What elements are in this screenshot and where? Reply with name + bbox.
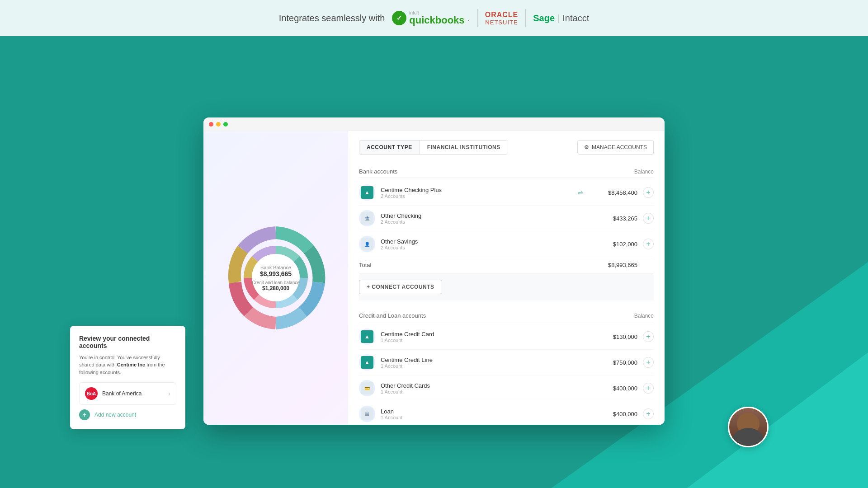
table-row: 💳 Other Credit Cards 1 Account ⇌ $400,00… [359, 375, 654, 401]
review-brand-name: Centime Inc [117, 362, 145, 367]
account-sub: 2 Accounts [381, 193, 569, 199]
total-amount: $8,993,665 [608, 262, 637, 268]
sage-label: Sage [533, 13, 555, 23]
left-panel: Bank Balance $8,993,665 Credit and loan … [203, 131, 348, 425]
connect-accounts-button[interactable]: + CONNECT ACCOUNTS [359, 280, 442, 294]
total-row: Total $8,993,665 [359, 257, 654, 273]
bank-of-america-item[interactable]: BoA Bank of America › [79, 382, 176, 405]
main-background: Bank Balance $8,993,665 Credit and loan … [0, 36, 868, 488]
expand-button[interactable]: + [643, 187, 654, 198]
expand-button[interactable]: + [643, 239, 654, 249]
avatar-container [728, 407, 769, 447]
bank-balance-col-header: Balance [634, 169, 654, 175]
chrome-close-dot[interactable] [209, 122, 213, 127]
gear-icon: ⚙ [584, 144, 589, 150]
oracle-label: ORACLE [485, 10, 519, 19]
avatar [728, 407, 769, 447]
expand-button[interactable]: + [643, 408, 654, 419]
tab-financial-institutions[interactable]: FINANCIAL INSTITUTIONS [420, 141, 508, 154]
expand-button[interactable]: + [643, 213, 654, 224]
netsuite-label: NETSUITE [485, 19, 518, 26]
tab-bar: ACCOUNT TYPE FINANCIAL INSTITUTIONS ⚙ MA… [359, 140, 654, 155]
review-description: You're in control. You've successfully s… [79, 354, 176, 376]
quickbooks-logo: ✓ intuit quickbooks . [392, 11, 470, 25]
loan-bank-icon: 🏛 [361, 408, 373, 420]
account-sub: 2 Accounts [381, 245, 569, 250]
add-account-item[interactable]: + Add new account [79, 409, 176, 420]
window-content: Bank Balance $8,993,665 Credit and loan … [203, 131, 665, 425]
tab-account-type[interactable]: ACCOUNT TYPE [359, 141, 420, 154]
chrome-minimize-dot[interactable] [216, 122, 221, 127]
account-balance: $130,000 [592, 333, 637, 340]
tabs-container: ACCOUNT TYPE FINANCIAL INSTITUTIONS [359, 140, 508, 155]
credit-line-info: Centime Credit Line 1 Account [381, 357, 569, 369]
expand-button[interactable]: + [643, 331, 654, 342]
account-name: Other Checking [381, 212, 569, 219]
credit-balance-label: Credit and loan balance [252, 280, 300, 285]
logo-divider-2 [525, 9, 526, 27]
bank-accounts-title: Bank accounts [359, 168, 397, 175]
loan-icon: 🏛 [359, 406, 375, 422]
account-balance: $433,265 [592, 215, 637, 222]
account-sub: 1 Account [381, 415, 569, 420]
qb-icon: ✓ [392, 11, 406, 25]
avatar-image [729, 408, 767, 446]
other-checking-icon: 🏦 [359, 210, 375, 226]
chevron-right-icon: › [168, 390, 170, 397]
centime-credit-line-icon: ▲ [361, 356, 373, 369]
account-balance: $8,458,400 [592, 189, 637, 196]
expand-button[interactable]: + [643, 357, 654, 368]
account-balance: $750,000 [592, 359, 637, 366]
account-balance: $102,000 [592, 241, 637, 248]
other-savings-info: Other Savings 2 Accounts [381, 238, 569, 250]
connect-area: + CONNECT ACCOUNTS [359, 273, 654, 300]
boa-name: Bank of America [102, 390, 168, 397]
credit-accounts-header: Credit and Loan accounts Balance [359, 308, 654, 322]
window-chrome [203, 117, 665, 131]
donut-chart-container: Bank Balance $8,993,665 Credit and loan … [222, 224, 330, 332]
teal-decoration-2 [687, 352, 868, 488]
account-sub: 2 Accounts [381, 219, 569, 225]
credit-balance-amount: $1,280,000 [252, 285, 300, 291]
table-row: 🏦 Other Checking 2 Accounts ⇌ $433,265 + [359, 206, 654, 231]
account-name: Centime Checking Plus [381, 187, 569, 193]
table-row: ▲ Centime Checking Plus 2 Accounts ⇌ $8,… [359, 180, 654, 206]
intacct-label: Intacct [562, 13, 589, 23]
loan-info: Loan 1 Account [381, 408, 569, 420]
account-sub: 1 Account [381, 338, 569, 343]
app-window: Bank Balance $8,993,665 Credit and loan … [203, 117, 665, 425]
other-checking-info: Other Checking 2 Accounts [381, 212, 569, 225]
credit-card-info: Centime Credit Card 1 Account [381, 331, 569, 343]
centime-brand-icon: ▲ [361, 186, 373, 199]
table-row: ▲ Centime Credit Line 1 Account ⇌ $750,0… [359, 350, 654, 375]
account-sub: 1 Account [381, 363, 569, 369]
bank-balance-label: Bank Balance [252, 265, 300, 270]
add-account-label: Add new account [94, 412, 136, 418]
cards-icon: 💳 [361, 382, 373, 394]
account-name: Centime Credit Line [381, 357, 569, 363]
quickbooks-label: quickbooks [409, 15, 464, 25]
other-savings-icon: 👤 [359, 236, 375, 252]
credit-line-icon: ▲ [359, 354, 375, 371]
account-name: Other Savings [381, 238, 569, 245]
account-name: Loan [381, 408, 569, 415]
credit-balance-col-header: Balance [634, 313, 654, 319]
account-sub: 1 Account [381, 389, 569, 394]
credit-accounts-title: Credit and Loan accounts [359, 312, 426, 319]
manage-accounts-button[interactable]: ⚙ MANAGE ACCOUNTS [577, 140, 654, 155]
other-credit-icon: 💳 [359, 380, 375, 396]
top-bar: Integrates seamlessly with ✓ intuit quic… [0, 0, 868, 36]
checking-plus-icon: ▲ [359, 184, 375, 201]
expand-button[interactable]: + [643, 383, 654, 394]
sync-icon: ⇌ [578, 189, 583, 196]
review-panel: Review your connected accounts You're in… [70, 326, 185, 430]
account-name: Centime Credit Card [381, 331, 569, 338]
chrome-maximize-dot[interactable] [223, 122, 228, 127]
logo-divider-1 [477, 9, 478, 27]
bank-balance-amount: $8,993,665 [252, 270, 300, 277]
right-panel: ACCOUNT TYPE FINANCIAL INSTITUTIONS ⚙ MA… [348, 131, 665, 425]
add-account-icon: + [79, 409, 90, 420]
topbar-text: Integrates seamlessly with [279, 13, 385, 23]
account-name: Other Credit Cards [381, 382, 569, 389]
table-row: 🏛 Loan 1 Account ⇌ $400,000 + [359, 401, 654, 425]
